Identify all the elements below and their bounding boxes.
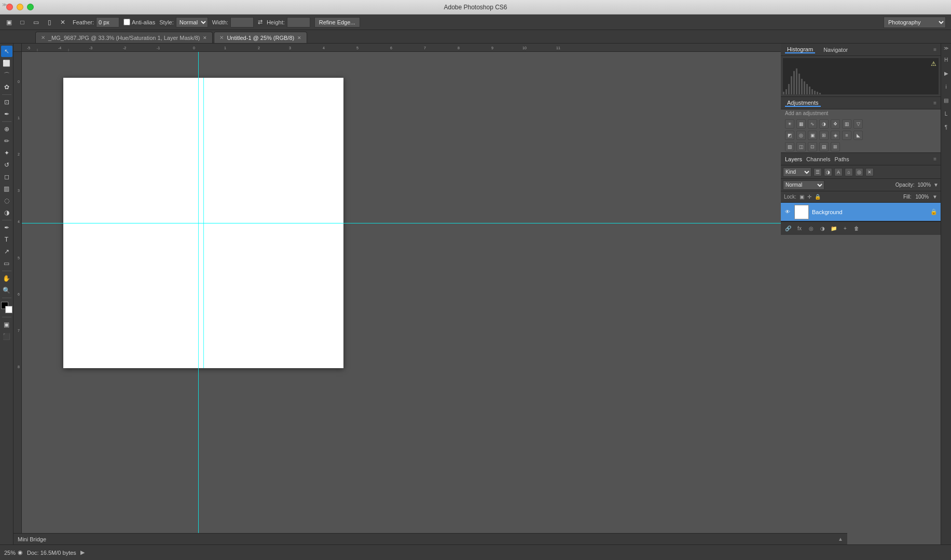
anti-alias-checkbox[interactable] <box>123 19 130 25</box>
tool-icon-col[interactable]: ▯ <box>44 17 55 28</box>
tab-untitled1[interactable]: ✕ Untitled-1 @ 25% (RGB/8) ✕ <box>214 32 307 43</box>
layers-close-icon[interactable]: ✕ <box>865 168 874 176</box>
adj-color-balance[interactable]: ▽ <box>853 119 863 129</box>
adj-invert[interactable]: ◈ <box>831 131 840 140</box>
marquee-tool[interactable]: ⬜ <box>1 58 12 69</box>
brush-tool[interactable]: ✏ <box>1 135 12 147</box>
background-color[interactable] <box>5 306 12 313</box>
screen-full-tool[interactable]: ⬛ <box>1 331 12 342</box>
adjustments-tab[interactable]: Adjustments <box>785 100 821 107</box>
shape-tool[interactable]: ▭ <box>1 258 12 269</box>
histogram-collapse[interactable]: ≡ <box>933 47 936 52</box>
layer-adj-icon[interactable]: ◑ <box>818 225 826 233</box>
adj-vibrance[interactable]: ❖ <box>831 119 840 129</box>
adj-exposure[interactable]: ◑ <box>819 119 829 129</box>
layers-opacity-arrow[interactable]: ▼ <box>933 182 939 188</box>
layer-mask-icon[interactable]: ◎ <box>807 225 815 233</box>
adj-curves[interactable]: ∿ <box>808 119 817 129</box>
layer-delete-icon[interactable]: 🗑 <box>852 225 861 233</box>
eraser-tool[interactable]: ◻ <box>1 171 12 183</box>
minimize-button[interactable] <box>17 4 23 10</box>
tool-icon-rect[interactable]: □ <box>17 17 28 28</box>
tool-icon-row[interactable]: ▭ <box>30 17 42 28</box>
layers-type-icon[interactable]: ⌂ <box>845 168 853 176</box>
blur-tool[interactable]: ◌ <box>1 195 12 206</box>
tool-preset-icon[interactable]: ▣ <box>3 17 15 28</box>
adj-threshold[interactable]: ◣ <box>853 131 863 140</box>
adj-color-lookup[interactable]: ⊞ <box>819 131 829 140</box>
adj-hdr[interactable]: ⊞ <box>831 142 840 151</box>
adjustments-collapse[interactable]: ≡ <box>933 100 936 106</box>
histogram-tab[interactable]: Histogram <box>785 46 815 53</box>
layers-color-icon[interactable]: A <box>834 168 843 176</box>
layers-adj-icon[interactable]: ◑ <box>824 168 832 176</box>
adj-posterize[interactable]: ≡ <box>842 131 851 140</box>
navigator-tab[interactable]: Navigator <box>821 47 850 53</box>
collapse-left[interactable]: ≫ <box>2 2 7 7</box>
spot-heal-tool[interactable]: ⊕ <box>1 123 12 135</box>
close-button[interactable] <box>6 4 13 10</box>
tool-icon-x[interactable]: ✕ <box>57 17 68 28</box>
layer-folder-icon[interactable]: 📁 <box>830 225 838 233</box>
lock-all-icon[interactable]: 🔒 <box>815 194 821 200</box>
adj-gradient-map[interactable]: ▨ <box>785 142 794 151</box>
history-brush-tool[interactable]: ↺ <box>1 159 12 171</box>
panel-icon-play[interactable]: ▶ <box>942 68 951 78</box>
maximize-button[interactable] <box>27 4 34 10</box>
tab-close-active-icon[interactable]: ✕ <box>219 35 224 40</box>
zoom-tool[interactable]: 🔍 <box>1 285 12 296</box>
height-input[interactable] <box>287 17 310 27</box>
layer-new-icon[interactable]: + <box>841 225 849 233</box>
zoom-icon[interactable]: ◉ <box>18 549 23 556</box>
lasso-tool[interactable]: ⌒ <box>1 69 12 81</box>
hand-tool[interactable]: ✋ <box>1 273 12 284</box>
adj-levels[interactable]: ▦ <box>796 119 806 129</box>
panel-expand-top[interactable]: ≫ <box>944 46 948 51</box>
panel-icon-adjust[interactable]: ▤ <box>942 95 951 105</box>
layer-link-icon[interactable]: 🔗 <box>784 225 792 233</box>
workspace-select[interactable]: Photography <box>884 17 946 28</box>
tab-mg9687[interactable]: ✕ _MG_9687.JPG @ 33.3% (Hue/Saturation 1… <box>35 32 213 43</box>
width-input[interactable] <box>230 17 254 27</box>
layers-smart-icon[interactable]: ◎ <box>855 168 863 176</box>
swap-icon[interactable]: ⇄ <box>258 19 263 25</box>
layers-filter-icon[interactable]: ☰ <box>814 168 822 176</box>
layers-tab[interactable]: Layers <box>785 156 802 162</box>
adj-selective-color[interactable]: ◫ <box>796 142 806 151</box>
crop-tool[interactable]: ⊡ <box>1 96 12 108</box>
layer-visibility-icon[interactable]: 👁 <box>784 208 791 216</box>
adj-hue-sat[interactable]: ▥ <box>842 119 851 129</box>
style-select[interactable]: Normal <box>176 17 208 27</box>
adj-brightness[interactable]: ☀ <box>785 119 794 129</box>
panel-icon-paragraph[interactable]: ¶ <box>942 122 951 132</box>
adj-photo-filter[interactable]: ◎ <box>796 131 806 140</box>
paths-tab[interactable]: Paths <box>835 156 849 162</box>
gradient-tool[interactable]: ▥ <box>1 183 12 194</box>
path-select-tool[interactable]: ↗ <box>1 246 12 257</box>
layer-background[interactable]: 👁 Background 🔒 <box>781 203 941 221</box>
adj-threshold2[interactable]: ⊡ <box>808 142 817 151</box>
adj-bw[interactable]: ◩ <box>785 131 794 140</box>
text-tool[interactable]: T <box>1 234 12 245</box>
pen-tool[interactable]: ✒ <box>1 222 12 233</box>
clone-stamp-tool[interactable]: ✦ <box>1 147 12 159</box>
panel-icon-layers[interactable]: L <box>942 109 951 118</box>
fill-arrow[interactable]: ▼ <box>932 194 938 200</box>
channels-tab[interactable]: Channels <box>806 156 830 162</box>
status-arrow[interactable]: ▶ <box>80 549 85 556</box>
layers-kind-select[interactable]: Kind <box>783 167 811 177</box>
tab-close-icon[interactable]: ✕ <box>41 35 45 40</box>
mini-bridge-expand[interactable]: ▲ <box>838 536 843 542</box>
mini-bridge-tab[interactable]: Mini Bridge <box>18 536 46 542</box>
panel-icon-histogram[interactable]: H <box>942 55 951 64</box>
lock-pixels-icon[interactable]: ▣ <box>800 194 804 200</box>
panel-icon-info[interactable]: i <box>942 82 951 91</box>
screen-mode-tool[interactable]: ▣ <box>1 319 12 330</box>
layers-collapse[interactable]: ≡ <box>933 156 936 162</box>
lock-move-icon[interactable]: ✛ <box>807 194 811 200</box>
feather-input[interactable] <box>96 17 119 27</box>
quick-select-tool[interactable]: ✿ <box>1 81 12 93</box>
move-tool[interactable]: ↖ <box>1 46 12 57</box>
layers-mode-select[interactable]: Normal <box>783 180 824 190</box>
adj-channel-mixer[interactable]: ▣ <box>808 131 817 140</box>
